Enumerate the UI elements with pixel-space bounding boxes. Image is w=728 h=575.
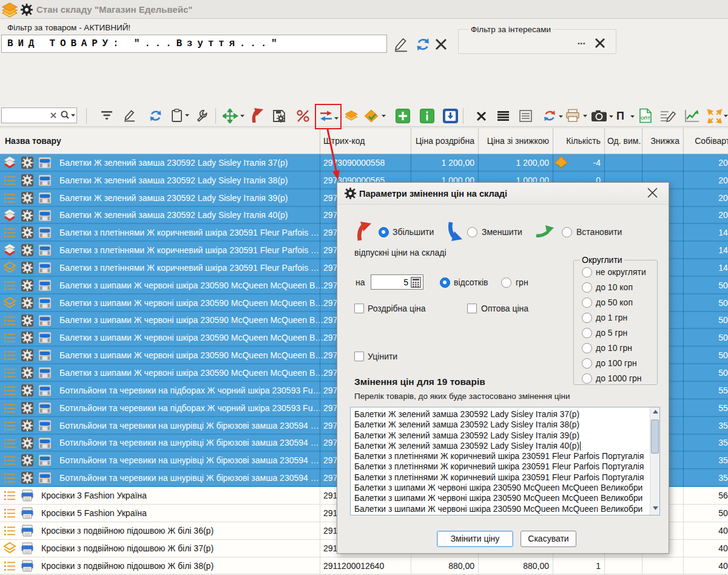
svg-text:ОПТ: ОПТ xyxy=(641,115,650,121)
svg-text:П: П xyxy=(616,110,624,122)
